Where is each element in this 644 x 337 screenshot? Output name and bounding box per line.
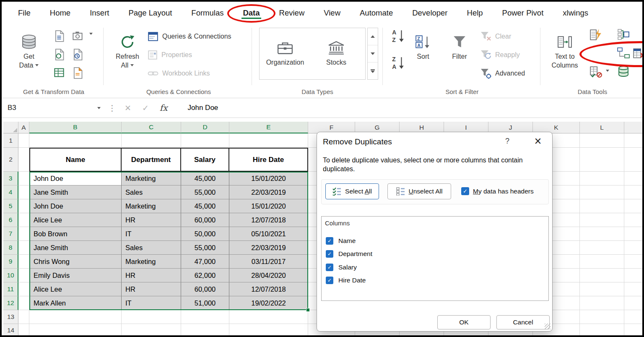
table-cell[interactable]: Chris Wong — [29, 255, 122, 269]
cell[interactable] — [624, 324, 642, 335]
refresh-all-button[interactable]: Refresh All — [112, 27, 143, 70]
table-cell[interactable]: Marketing — [122, 172, 181, 185]
table-cell[interactable]: 51,000 — [181, 296, 229, 310]
row-header[interactable]: 5 — [3, 199, 18, 213]
cell[interactable] — [580, 185, 624, 199]
queries-connections-button[interactable]: Queries & Connections — [148, 30, 231, 43]
row-header[interactable]: 13 — [3, 310, 18, 324]
cell[interactable] — [624, 269, 642, 282]
table-cell[interactable]: Emily Davis — [29, 269, 122, 282]
cancel-button[interactable]: Cancel — [496, 315, 550, 329]
consolidate-icon[interactable] — [617, 29, 630, 40]
data-type-organization[interactable]: Organization — [260, 28, 311, 79]
table-cell[interactable]: 55,000 — [181, 241, 229, 255]
gallery-scroll-down[interactable] — [368, 45, 378, 63]
column-header[interactable]: A — [18, 122, 29, 133]
table-cell[interactable]: Jane Smith — [29, 185, 122, 199]
tab-view[interactable]: View — [314, 8, 350, 18]
cell[interactable] — [624, 148, 642, 172]
table-cell[interactable]: 45,000 — [181, 172, 229, 185]
data-validation-icon[interactable] — [589, 65, 602, 78]
table-cell[interactable]: IT — [122, 296, 181, 310]
file-refresh-icon[interactable] — [54, 49, 65, 60]
table-cell[interactable]: Sales — [122, 241, 181, 255]
cell[interactable] — [122, 310, 181, 324]
table-cell[interactable]: HR — [122, 282, 181, 296]
table-cell[interactable]: 22/03/2019 — [229, 241, 308, 255]
tab-file[interactable]: File — [8, 8, 40, 18]
cell[interactable] — [624, 227, 642, 241]
cell[interactable] — [624, 296, 642, 310]
orange-file-icon[interactable] — [72, 67, 83, 79]
remove-duplicates-button[interactable] — [589, 47, 644, 60]
table-cell[interactable]: HR — [122, 269, 181, 282]
table-header-cell[interactable]: Hire Date — [229, 148, 308, 172]
confirm-entry-icon[interactable]: ✓ — [142, 103, 149, 113]
cell[interactable] — [624, 185, 642, 199]
cell[interactable] — [624, 133, 642, 148]
cell[interactable] — [580, 241, 624, 255]
sort-a-to-z-icon[interactable]: AZ — [392, 29, 405, 43]
cancel-entry-icon[interactable]: ✕ — [125, 103, 131, 113]
table-cell[interactable]: Alice Lee — [29, 282, 122, 296]
tab-xlwings[interactable]: xlwings — [553, 8, 598, 18]
formula-bar-value[interactable]: John Doe — [188, 104, 218, 112]
cell[interactable] — [580, 296, 624, 310]
column-header[interactable]: C — [122, 122, 181, 133]
chevron-down-icon[interactable] — [87, 33, 93, 35]
dialog-help-button[interactable]: ? — [501, 137, 513, 146]
camera-table-icon[interactable] — [72, 30, 83, 41]
table-cell[interactable]: 60,000 — [181, 213, 229, 227]
row-header[interactable]: 10 — [3, 269, 18, 282]
table-cell[interactable]: John Doe — [29, 199, 122, 213]
cell[interactable] — [624, 172, 642, 185]
cell[interactable] — [122, 133, 181, 148]
table-cell[interactable]: 62,000 — [181, 269, 229, 282]
table-cell[interactable]: John Doe — [29, 172, 122, 185]
tab-power-pivot[interactable]: Power Pivot — [493, 8, 553, 18]
tab-help[interactable]: Help — [457, 8, 493, 18]
cell[interactable] — [18, 199, 29, 213]
table-cell[interactable]: 47,000 — [181, 255, 229, 269]
table-cell[interactable]: Sales — [122, 185, 181, 199]
column-checkbox-item[interactable]: ✓Name — [326, 234, 545, 248]
name-box-dropdown-icon[interactable] — [97, 107, 101, 109]
cell[interactable] — [580, 324, 624, 335]
cell[interactable] — [580, 227, 624, 241]
fill-handle[interactable] — [306, 308, 310, 312]
relationships-icon[interactable] — [617, 47, 630, 59]
cell[interactable] — [580, 310, 624, 324]
tab-review[interactable]: Review — [270, 8, 314, 18]
text-to-columns-button[interactable]: Text to Columns — [549, 27, 580, 70]
table-cell[interactable]: IT — [122, 227, 181, 241]
column-header[interactable]: E — [229, 122, 308, 133]
sort-z-to-a-icon[interactable]: ZA — [392, 55, 405, 70]
table-cell[interactable]: Marketing — [122, 199, 181, 213]
cell[interactable] — [18, 185, 29, 199]
table-cell[interactable]: Mark Allen — [29, 296, 122, 310]
cell[interactable] — [29, 324, 122, 335]
row-header[interactable]: 7 — [3, 227, 18, 241]
tab-automate[interactable]: Automate — [350, 8, 402, 18]
select-all-button[interactable]: Select All — [325, 183, 379, 199]
cell[interactable] — [580, 213, 624, 227]
flash-fill-icon[interactable] — [589, 29, 602, 41]
my-data-has-headers-label[interactable]: My data has headers — [473, 188, 534, 195]
row-header[interactable]: 11 — [3, 282, 18, 296]
cell[interactable] — [18, 282, 29, 296]
cell[interactable] — [181, 133, 229, 148]
dialog-close-icon[interactable]: × — [529, 133, 547, 149]
cell[interactable] — [29, 310, 122, 324]
row-header[interactable]: 9 — [3, 255, 18, 269]
cell[interactable] — [18, 255, 29, 269]
tab-formulas[interactable]: Formulas — [182, 8, 233, 18]
cell[interactable] — [580, 269, 624, 282]
workbook-links-button[interactable]: Workbook Links — [148, 67, 210, 80]
table-cell[interactable]: 03/11/2017 — [229, 255, 308, 269]
table-header-cell[interactable]: Name — [29, 148, 122, 172]
filter-button[interactable]: Filter — [446, 27, 473, 61]
row-header[interactable]: 4 — [3, 185, 18, 199]
data-type-stocks[interactable]: Stocks — [311, 28, 362, 79]
tab-data[interactable]: Data — [233, 8, 269, 18]
tab-developer[interactable]: Developer — [402, 8, 457, 18]
